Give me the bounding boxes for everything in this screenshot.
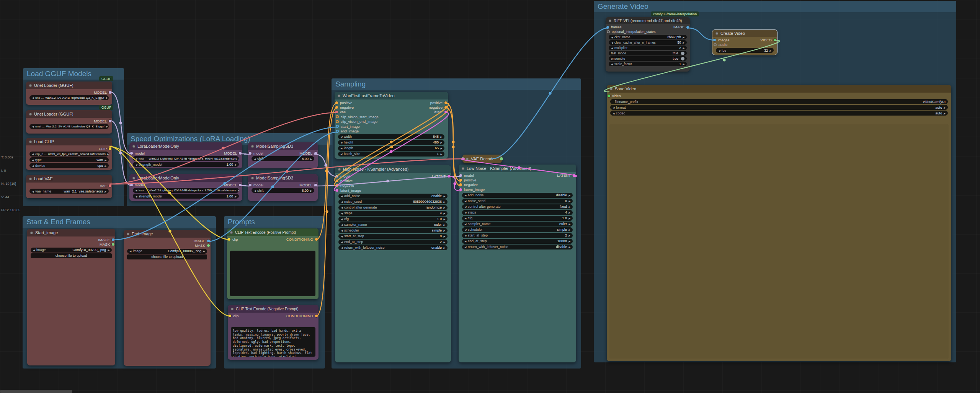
toggle-icon[interactable] — [681, 57, 684, 60]
widget-vae-name[interactable]: vae_namewan_2.1_vae.safetensors — [29, 189, 109, 194]
chevron-right-icon[interactable] — [568, 233, 570, 237]
chevron-right-icon[interactable] — [568, 228, 570, 232]
widget-image[interactable]: imageComfyUI_00806_.png — [127, 249, 207, 254]
chevron-right-icon[interactable] — [944, 111, 946, 115]
collapse-icon[interactable] — [29, 140, 32, 143]
chevron-right-icon[interactable] — [683, 35, 684, 39]
positive-input-port[interactable] — [459, 179, 462, 181]
chevron-left-icon[interactable] — [464, 233, 466, 237]
latent-output-port[interactable] — [448, 175, 450, 178]
chevron-left-icon[interactable] — [464, 216, 466, 220]
widget-scale-factor[interactable]: scale_factor1 — [609, 62, 687, 66]
widget-codec[interactable]: codecauto — [610, 111, 948, 116]
node-create-video[interactable]: Create Video imagesVIDEO audio fps32 — [712, 30, 777, 55]
chevron-left-icon[interactable] — [611, 62, 613, 66]
positive-output-port[interactable] — [444, 101, 447, 104]
chevron-right-icon[interactable] — [568, 199, 570, 203]
chevron-right-icon[interactable] — [105, 189, 106, 193]
chevron-right-icon[interactable] — [443, 246, 445, 249]
chevron-right-icon[interactable] — [568, 216, 570, 220]
chevron-right-icon[interactable] — [238, 189, 239, 192]
chevron-right-icon[interactable] — [443, 234, 445, 238]
positive-input-port[interactable] — [336, 179, 338, 182]
clip-vision-end-input-port[interactable] — [336, 120, 339, 123]
widget-ckpt-name[interactable]: ckpt_namerife47.pth — [609, 35, 687, 39]
chevron-left-icon[interactable] — [341, 246, 343, 249]
frames-input-port[interactable] — [606, 26, 609, 29]
node-wan-first-last-frame-to-video[interactable]: WanFirstLastFrameToVideo positivepositiv… — [335, 92, 448, 159]
widget-return-leftover-noise[interactable]: return_with_leftover_noisedisable — [462, 245, 573, 249]
chevron-right-icon[interactable] — [683, 62, 684, 66]
chevron-left-icon[interactable] — [464, 228, 466, 232]
toggle-icon[interactable] — [681, 52, 684, 55]
model-output-port[interactable] — [239, 152, 242, 155]
chevron-left-icon[interactable] — [135, 163, 137, 166]
image-output-port[interactable] — [207, 240, 210, 242]
chevron-right-icon[interactable] — [683, 41, 684, 44]
chevron-right-icon[interactable] — [769, 49, 771, 52]
model-input-port[interactable] — [130, 152, 133, 155]
node-title-bar[interactable]: Create Video — [712, 30, 777, 37]
chevron-right-icon[interactable] — [440, 140, 442, 144]
collapse-icon[interactable] — [132, 145, 135, 148]
node-clip-text-encode-positive[interactable]: CLIP Text Encode (Positive Prompt) clipC… — [227, 228, 318, 299]
vae-output-port[interactable] — [109, 184, 111, 187]
mask-output-port[interactable] — [207, 244, 210, 247]
node-title-bar[interactable]: Load CLIP — [26, 138, 112, 145]
chevron-right-icon[interactable] — [105, 158, 106, 162]
chevron-left-icon[interactable] — [340, 152, 342, 156]
chevron-right-icon[interactable] — [944, 106, 946, 109]
negative-output-port[interactable] — [444, 106, 447, 109]
chevron-left-icon[interactable] — [254, 189, 256, 192]
collapse-icon[interactable] — [230, 231, 233, 234]
widget-scheduler[interactable]: schedulersimple — [462, 227, 573, 232]
chevron-right-icon[interactable] — [108, 248, 109, 252]
chevron-right-icon[interactable] — [106, 125, 108, 128]
widget-noise-seed[interactable]: noise_seed805999069032936 — [338, 199, 448, 204]
collapse-icon[interactable] — [251, 145, 254, 148]
chevron-right-icon[interactable] — [568, 210, 570, 214]
chevron-right-icon[interactable] — [443, 240, 445, 244]
widget-add-noise[interactable]: add_noiseenable — [338, 194, 448, 199]
chevron-right-icon[interactable] — [443, 194, 445, 198]
widget-lora-name[interactable]: lora__Wan2.2-Lightning_I2V-A14B-4steps-l… — [133, 156, 239, 161]
widget-fast-mode-toggle[interactable]: fast_modetrue — [609, 51, 687, 55]
node-title-bar[interactable]: High Noise - KSampler (Advanced) — [335, 165, 451, 173]
prompt-textarea[interactable] — [230, 251, 315, 296]
comfyui-canvas[interactable]: { "groups": { "gguf": "Load GGUF Models"… — [0, 0, 980, 393]
chevron-right-icon[interactable] — [106, 96, 108, 99]
collapsed-input-port[interactable] — [461, 157, 464, 160]
group-header[interactable]: Start & End Frames — [23, 216, 216, 228]
node-unet-loader-high[interactable]: Unet Loader (GGUF) MODEL une ...Wan2.2-I… — [26, 82, 112, 105]
chevron-right-icon[interactable] — [107, 152, 109, 156]
chevron-left-icon[interactable] — [611, 46, 613, 50]
widget-shift[interactable]: shift8.00 — [252, 188, 314, 193]
model-output-port[interactable] — [109, 91, 111, 94]
chevron-left-icon[interactable] — [32, 189, 34, 193]
widget-start-at-step[interactable]: start_at_step2 — [462, 233, 573, 238]
latent-output-port[interactable] — [444, 111, 447, 113]
widget-start-at-step[interactable]: start_at_step0 — [338, 234, 448, 239]
widget-scheduler[interactable]: schedulersimple — [338, 228, 448, 233]
latent-output-port[interactable] — [573, 174, 575, 177]
collapse-icon[interactable] — [132, 177, 135, 179]
group-header[interactable]: Generate Video — [594, 1, 956, 12]
widget-steps[interactable]: steps4 — [338, 211, 448, 216]
widget-fps[interactable]: fps32 — [716, 48, 774, 53]
collapse-icon[interactable] — [29, 178, 32, 180]
node-title-bar[interactable]: Low Noise - KSampler (Advanced) — [459, 165, 576, 172]
node-high-noise-ksampler[interactable]: High Noise - KSampler (Advanced) modelLA… — [335, 165, 451, 362]
node-title-bar[interactable]: WanFirstLastFrameToVideo — [335, 92, 448, 99]
chevron-left-icon[interactable] — [341, 234, 343, 238]
prompt-textarea[interactable]: low quality, lowres, bad hands, extra li… — [231, 327, 315, 357]
model-input-port[interactable] — [336, 175, 338, 178]
choose-file-button[interactable]: choose file to upload — [127, 254, 207, 259]
chevron-left-icon[interactable] — [32, 125, 34, 128]
chevron-right-icon[interactable] — [443, 223, 445, 227]
chevron-left-icon[interactable] — [341, 240, 343, 244]
widget-unet-name[interactable]: unet ...Wan2.2-I2V-A14B-LowNoise-Q3_K_S.… — [29, 124, 109, 129]
widget-width[interactable]: width848 — [338, 134, 444, 139]
vae-input-port[interactable] — [335, 111, 338, 113]
node-title-bar[interactable]: End_image — [124, 230, 211, 238]
widget-batch-size[interactable]: batch_size1 — [338, 152, 444, 157]
